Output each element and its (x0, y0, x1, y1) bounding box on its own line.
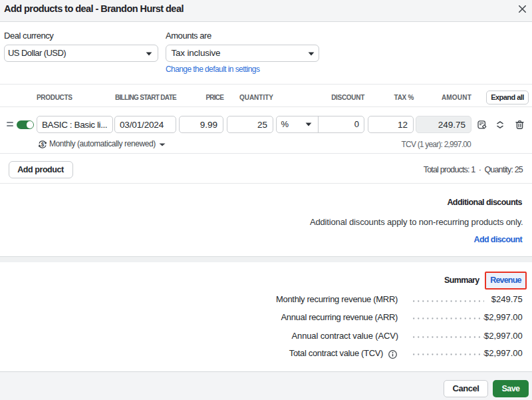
svg-text:$: $ (41, 142, 45, 148)
